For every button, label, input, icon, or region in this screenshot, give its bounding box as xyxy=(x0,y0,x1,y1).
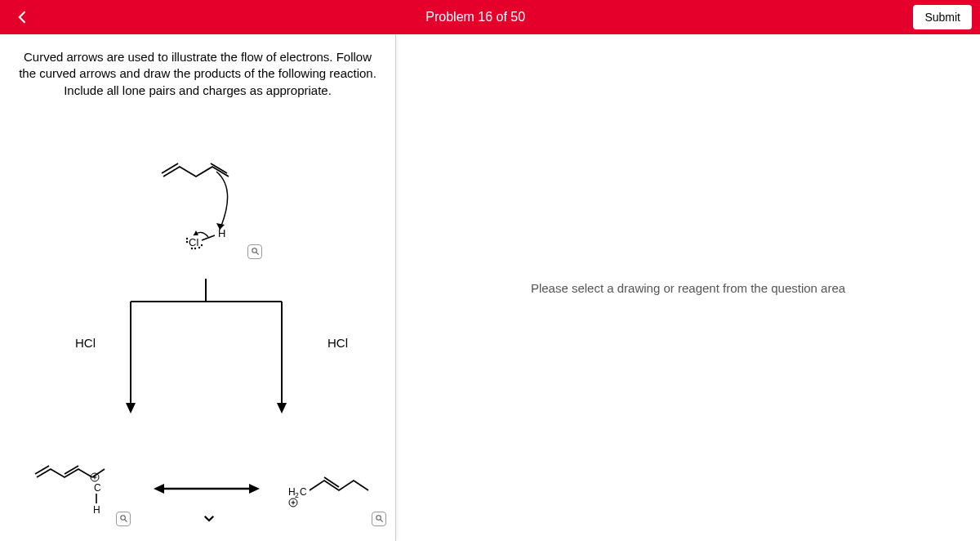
hcl-label-right: HCl xyxy=(327,336,348,350)
svg-line-10 xyxy=(256,253,258,255)
svg-line-25 xyxy=(124,520,127,522)
svg-text:H: H xyxy=(93,504,100,516)
svg-marker-14 xyxy=(126,403,136,414)
svg-marker-16 xyxy=(277,403,287,414)
svg-text:2: 2 xyxy=(295,491,299,499)
cl-label: Cl xyxy=(189,236,198,248)
svg-point-4 xyxy=(191,248,193,249)
h-label: H xyxy=(218,227,225,239)
page-title: Problem 16 of 50 xyxy=(47,10,903,25)
instructions-text: Curved arrows are used to illustrate the… xyxy=(16,49,379,99)
svg-point-5 xyxy=(194,248,196,249)
reaction-structure[interactable]: H Cl xyxy=(151,152,261,262)
svg-point-2 xyxy=(186,238,188,239)
zoom-icon[interactable] xyxy=(116,512,131,526)
svg-point-6 xyxy=(198,247,200,248)
svg-text:C: C xyxy=(94,482,101,494)
diagram-area: H Cl xyxy=(16,123,379,533)
product-left[interactable]: C H xyxy=(34,454,128,520)
branching-arrows xyxy=(106,279,306,418)
resonance-arrow xyxy=(154,483,260,494)
svg-point-24 xyxy=(120,516,125,521)
zoom-icon[interactable] xyxy=(372,512,386,526)
submit-button[interactable]: Submit xyxy=(913,5,972,29)
svg-point-7 xyxy=(201,244,203,246)
placeholder-text: Please select a drawing or reagent from … xyxy=(531,281,845,295)
answer-panel: Please select a drawing or reagent from … xyxy=(396,34,980,541)
svg-marker-36 xyxy=(249,484,260,494)
svg-line-33 xyxy=(380,520,382,522)
svg-point-32 xyxy=(376,516,381,521)
svg-point-3 xyxy=(186,241,188,243)
svg-line-1 xyxy=(202,235,215,240)
zoom-icon[interactable] xyxy=(247,244,262,259)
question-panel: Curved arrows are used to illustrate the… xyxy=(0,34,396,541)
product-right[interactable]: H 2 C xyxy=(282,454,388,520)
back-button[interactable] xyxy=(8,6,38,29)
svg-marker-35 xyxy=(154,484,164,494)
svg-point-9 xyxy=(252,248,256,253)
svg-text:C: C xyxy=(300,486,307,498)
hcl-label-left: HCl xyxy=(75,336,96,350)
chevron-down-icon[interactable] xyxy=(200,509,218,527)
